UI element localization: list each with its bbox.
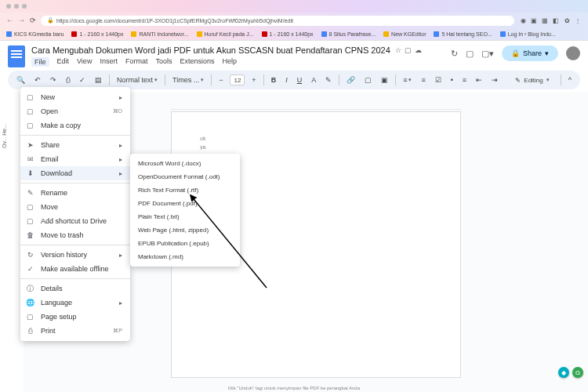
bullets-icon[interactable]: •: [448, 74, 456, 85]
bookmark-item[interactable]: 5 Hal tentang SEO...: [434, 31, 492, 37]
menu-file[interactable]: File: [31, 57, 49, 67]
print-icon[interactable]: ⎙: [64, 74, 72, 85]
file-menu-add-shortcut-to-drive[interactable]: ▢Add shortcut to Drive: [20, 214, 130, 228]
download-option[interactable]: EPUB Publication (.epub): [130, 237, 240, 250]
ext-icon[interactable]: ▣: [530, 16, 538, 24]
help-badge[interactable]: G: [572, 367, 583, 378]
redo-icon[interactable]: ↷: [48, 74, 59, 85]
bookmark-item[interactable]: New KGEditor: [383, 31, 426, 37]
ext-icon[interactable]: ◧: [552, 16, 560, 24]
file-menu-make-available-offline[interactable]: ✓Make available offline: [20, 262, 130, 276]
address-bar: ← → ⟳ 🔒 https://docs.google.com/document…: [0, 13, 588, 28]
image-icon[interactable]: ▣: [379, 74, 390, 85]
file-menu-download[interactable]: ⬇Download▸: [20, 166, 130, 180]
url-input[interactable]: 🔒 https://docs.google.com/document/d/1P-…: [41, 16, 514, 26]
editing-mode-button[interactable]: ✎ Editing ▾: [509, 75, 555, 85]
highlight-icon[interactable]: ✎: [323, 74, 334, 85]
font-size-plus[interactable]: +: [249, 74, 258, 85]
file-menu-move[interactable]: ▢Move: [20, 200, 130, 214]
back-icon[interactable]: ←: [6, 16, 13, 24]
italic-icon[interactable]: I: [283, 74, 290, 85]
menu-edit[interactable]: Edit: [57, 57, 70, 67]
checklist-icon[interactable]: ☑: [433, 74, 444, 85]
file-menu-make-a-copy[interactable]: ▢Make a copy: [20, 118, 130, 132]
ext-icon[interactable]: ◉: [519, 16, 527, 24]
menu-separator: [20, 278, 130, 279]
bookmark-item[interactable]: Huruf Kecil pada J...: [197, 31, 254, 37]
menu-help[interactable]: Help: [222, 57, 237, 67]
reload-icon[interactable]: ⟳: [30, 16, 36, 24]
forward-icon[interactable]: →: [18, 16, 25, 24]
download-option[interactable]: Microsoft Word (.docx): [130, 157, 240, 170]
file-menu-share[interactable]: ➤Share▸: [20, 138, 130, 152]
file-menu-language[interactable]: 🌐Language▸: [20, 296, 130, 310]
text-color-icon[interactable]: A: [309, 74, 318, 85]
link-icon[interactable]: 🔗: [344, 74, 358, 85]
file-menu-dropdown: ▢New▸▢Open⌘O▢Make a copy➤Share▸✉Email▸⬇D…: [20, 87, 130, 341]
menu-view[interactable]: View: [77, 57, 92, 67]
star-icon[interactable]: ☆: [395, 46, 401, 54]
share-button[interactable]: 🔒 Share ▾: [502, 45, 558, 61]
bookmark-item[interactable]: RANTI Indonetwor...: [131, 31, 188, 37]
download-option[interactable]: PDF Document (.pdf): [130, 197, 240, 210]
bookmark-item[interactable]: 8 Situs Parafrase...: [321, 31, 376, 37]
bold-icon[interactable]: B: [269, 74, 279, 85]
line-spacing-icon[interactable]: ≡: [419, 74, 427, 85]
file-menu-new[interactable]: ▢New▸: [20, 90, 130, 104]
meet-icon[interactable]: ▢▾: [481, 49, 494, 59]
search-icon[interactable]: 🔍: [14, 74, 27, 85]
bookmark-item[interactable]: 1 - 2160 x 1440px: [262, 31, 314, 37]
indent-less-icon[interactable]: ⇤: [474, 74, 485, 85]
download-option[interactable]: Markdown (.md): [130, 250, 240, 263]
move-icon[interactable]: ▢: [405, 46, 412, 54]
style-dropdown[interactable]: Normal text ▾: [114, 74, 160, 85]
underline-icon[interactable]: U: [295, 74, 305, 85]
file-menu-rename[interactable]: ✎Rename: [20, 186, 130, 200]
ext-icon[interactable]: ⋮: [574, 16, 582, 24]
docs-logo-icon[interactable]: [8, 45, 25, 67]
window-controls[interactable]: [6, 4, 27, 9]
menu-tools[interactable]: Tools: [155, 57, 172, 67]
align-icon[interactable]: ≡▾: [401, 74, 414, 85]
ext-icon[interactable]: ✿: [563, 16, 571, 24]
font-size-minus[interactable]: −: [216, 74, 225, 85]
ext-icon[interactable]: ▦: [541, 16, 549, 24]
comment-icon[interactable]: ▢: [362, 74, 374, 85]
file-menu-version-history[interactable]: ↻Version history▸: [20, 248, 130, 262]
ruler[interactable]: [171, 102, 461, 110]
file-menu-email[interactable]: ✉Email▸: [20, 152, 130, 166]
indent-more-icon[interactable]: ⇥: [489, 74, 500, 85]
download-option[interactable]: Web Page (.html, zipped): [130, 223, 240, 237]
spellcheck-icon[interactable]: ✓: [77, 74, 88, 85]
explore-badge[interactable]: ◆: [558, 367, 569, 378]
paint-icon[interactable]: ▤: [93, 74, 104, 85]
file-menu-page-setup[interactable]: ▢Page setup: [20, 310, 130, 324]
bookmark-item[interactable]: Log In ‹ Blog Indo...: [500, 31, 556, 37]
font-dropdown[interactable]: Times ... ▾: [170, 74, 206, 85]
numbered-icon[interactable]: ≡: [460, 74, 469, 85]
document-title[interactable]: Cara Mengubah Dokumen Word jadi PDF untu…: [31, 45, 390, 55]
history-icon[interactable]: ↻: [451, 49, 458, 59]
download-option[interactable]: Plain Text (.txt): [130, 210, 240, 223]
undo-icon[interactable]: ↶: [32, 74, 43, 85]
download-option[interactable]: OpenDocument Format (.odt): [130, 170, 240, 183]
floating-badges: ◆ G: [558, 367, 583, 378]
font-size-input[interactable]: 12: [230, 74, 245, 85]
download-submenu: Microsoft Word (.docx)OpenDocument Forma…: [130, 154, 240, 267]
menu-format[interactable]: Format: [125, 57, 148, 67]
collapse-icon[interactable]: ^: [566, 74, 574, 85]
file-menu-open[interactable]: ▢Open⌘O: [20, 104, 130, 118]
bookmark-item[interactable]: 1 - 2160 x 1440px: [71, 31, 123, 37]
menu-separator: [20, 135, 130, 136]
menu-extensions[interactable]: Extensions: [180, 57, 214, 67]
comments-icon[interactable]: ▢: [466, 49, 474, 59]
menu-insert[interactable]: Insert: [100, 57, 118, 67]
file-menu-print[interactable]: ⎙Print⌘P: [20, 324, 130, 338]
download-option[interactable]: Rich Text Format (.rtf): [130, 183, 240, 197]
lock-icon: 🔒: [47, 17, 54, 24]
cloud-icon[interactable]: ☁: [415, 46, 422, 54]
avatar[interactable]: [566, 46, 580, 60]
file-menu-move-to-trash[interactable]: 🗑Move to trash: [20, 228, 130, 242]
file-menu-details[interactable]: ⓘDetails: [20, 281, 130, 296]
bookmark-item[interactable]: KICS KGmedia baru: [6, 31, 64, 37]
